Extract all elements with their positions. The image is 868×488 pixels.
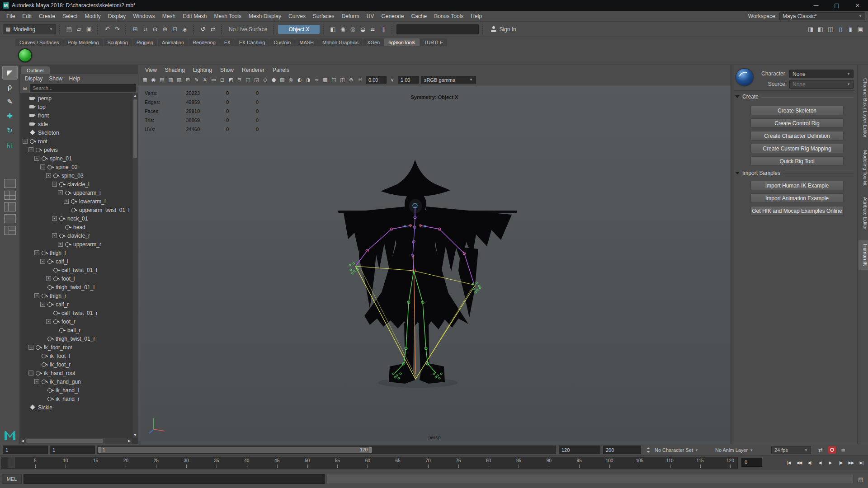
viewport-menu-renderer[interactable]: Renderer xyxy=(238,67,269,73)
motion-blur-icon[interactable]: ≈ xyxy=(312,75,321,84)
outliner-item-persp[interactable]: persp xyxy=(20,94,138,103)
outliner-item-skeleton[interactable]: Skeleton xyxy=(20,128,138,137)
open-render-view-icon[interactable]: ◧ xyxy=(328,24,338,34)
shelf-tab-fx-caching[interactable]: FX Caching xyxy=(235,38,269,46)
anti-aliasing-icon[interactable]: ▩ xyxy=(321,75,330,84)
xray-icon[interactable]: ◫ xyxy=(338,75,347,84)
outliner-item-clavicle-l[interactable]: -clavicle_l xyxy=(20,180,138,188)
exposure-icon[interactable]: ☼ xyxy=(356,75,364,84)
create-custom-rig-mapping-button[interactable]: Create Custom Rig Mapping xyxy=(750,144,844,153)
section-header-import-samples[interactable]: Import Samples xyxy=(735,169,854,177)
move-tool[interactable]: ✚ xyxy=(2,109,18,123)
sidebar-tab-human-ik[interactable]: Human IK xyxy=(859,240,868,270)
search-input[interactable] xyxy=(30,84,136,92)
collapse-icon[interactable]: - xyxy=(34,379,39,384)
viewport-canvas[interactable]: Verts:2022300Edges:4995900Faces:2991000T… xyxy=(138,85,731,444)
horizontal-scrollbar[interactable]: ◀ ▶ xyxy=(20,438,132,444)
sidebar-tab-channel-box-layer-editor[interactable]: Channel Box / Layer Editor xyxy=(859,75,868,141)
fps-dropdown[interactable]: 24 fps ▼ xyxy=(771,446,811,454)
menu-mesh[interactable]: Mesh xyxy=(159,13,179,19)
play-backwards-button[interactable]: ◀ xyxy=(815,457,825,468)
outliner-item-calf-twist-01-l[interactable]: calf_twist_01_l xyxy=(20,266,138,274)
shelf-tab-motion-graphics[interactable]: Motion Graphics xyxy=(318,38,363,46)
import-human-ik-example-button[interactable]: Import Human IK Example xyxy=(750,181,844,190)
resolution-gate-icon[interactable]: ◻ xyxy=(218,75,226,84)
outliner-item-ball-r[interactable]: ball_r xyxy=(20,326,138,334)
grid-icon[interactable]: # xyxy=(201,75,209,84)
step-back-key-button[interactable]: ◀| xyxy=(805,457,814,468)
shelf-tab-mash[interactable]: MASH xyxy=(295,38,318,46)
snap-to-projected-center-icon[interactable]: ⊚ xyxy=(160,24,170,34)
outliner-item-thigh-l[interactable]: -thigh_l xyxy=(20,249,138,257)
viewport-menu-panels[interactable]: Panels xyxy=(269,67,293,73)
collapse-icon[interactable]: - xyxy=(28,371,33,375)
outliner-tab[interactable]: Outliner xyxy=(21,66,50,74)
gamma-field[interactable]: 1.00 xyxy=(398,76,419,84)
film-gate-icon[interactable]: ▭ xyxy=(209,75,218,84)
snap-to-curve-icon[interactable]: ∪ xyxy=(140,24,150,34)
play-forwards-button[interactable]: ▶ xyxy=(826,457,835,468)
paint-selection-tool[interactable]: ✎ xyxy=(2,95,18,108)
shelf-tab-custom[interactable]: Custom xyxy=(269,38,295,46)
outliner-item-top[interactable]: top xyxy=(20,103,138,111)
menu-deform[interactable]: Deform xyxy=(338,13,363,19)
lasso-tool[interactable]: ρ xyxy=(2,80,18,94)
expand-icon[interactable]: + xyxy=(58,242,63,247)
menu-generate[interactable]: Generate xyxy=(377,13,407,19)
input-output-connections-icon[interactable]: ⇄ xyxy=(208,24,218,34)
outliner-item-spine-03[interactable]: -spine_03 xyxy=(20,171,138,180)
source-dropdown[interactable]: None ▼ xyxy=(789,80,854,89)
safe-title-icon[interactable]: ◲ xyxy=(252,75,261,84)
menu-windows[interactable]: Windows xyxy=(129,13,159,19)
menu-set-dropdown[interactable]: ▦ Modeling ▼ xyxy=(3,24,56,34)
snap-to-grid-icon[interactable]: ⊞ xyxy=(130,24,140,34)
outliner-menu-show[interactable]: Show xyxy=(46,75,66,82)
anim-layer-dropdown[interactable]: No Anim Layer ▼ xyxy=(715,446,753,454)
outliner-item-ik-foot-l[interactable]: ik_foot_l xyxy=(20,352,138,360)
command-language-selector[interactable]: MEL xyxy=(2,474,22,484)
outliner-item-side[interactable]: side xyxy=(20,120,138,128)
make-object-live-icon[interactable]: ◈ xyxy=(180,24,190,34)
animation-end-field[interactable] xyxy=(603,446,641,454)
collapse-icon[interactable]: - xyxy=(52,182,57,187)
outliner-item-ik-hand-r[interactable]: ik_hand_r xyxy=(20,394,138,403)
render-settings-icon[interactable]: ≡ xyxy=(368,24,377,34)
sign-in-button[interactable]: Sign In xyxy=(487,26,519,33)
auto-keyframe-icon[interactable] xyxy=(828,446,836,454)
wireframe-icon[interactable]: ◇ xyxy=(261,75,269,84)
shelf-tab-fx[interactable]: FX xyxy=(220,38,235,46)
shelf-tab-poly-modeling[interactable]: Poly Modeling xyxy=(63,38,103,46)
get-hik-and-mocap-examples-online-button[interactable]: Get HIK and Mocap Examples Online xyxy=(750,206,844,216)
outliner-item-front[interactable]: front xyxy=(20,111,138,120)
sidebar-toggle-humanik-icon[interactable]: ▮ xyxy=(845,24,855,34)
viewport-menu-show[interactable]: Show xyxy=(216,67,238,73)
menu-create[interactable]: Create xyxy=(35,13,59,19)
character-model[interactable] xyxy=(337,158,518,395)
select-camera-icon[interactable]: ▦ xyxy=(141,75,149,84)
outliner-item-ik-foot-r[interactable]: ik_foot_r xyxy=(20,360,138,369)
menu-select[interactable]: Select xyxy=(59,13,81,19)
interactive-playback-icon[interactable]: ‖ xyxy=(378,24,388,34)
outliner-item-upperarm-r[interactable]: +upperarm_r xyxy=(20,240,138,249)
script-editor-icon[interactable]: ▤ xyxy=(856,475,865,484)
outliner-item-ik-hand-l[interactable]: ik_hand_l xyxy=(20,386,138,394)
character-dropdown[interactable]: None ▼ xyxy=(789,70,854,78)
shelf-tab-curves-surfaces[interactable]: Curves / Surfaces xyxy=(15,38,63,46)
layout-two-pane-side[interactable] xyxy=(4,202,16,211)
outliner-item-ik-foot-root[interactable]: -ik_foot_root xyxy=(20,343,138,352)
collapse-icon[interactable]: - xyxy=(28,345,33,350)
shadows-icon[interactable]: ◐ xyxy=(295,75,304,84)
range-spinner[interactable] xyxy=(646,447,651,453)
menu-mesh-tools[interactable]: Mesh Tools xyxy=(211,13,245,19)
collapse-icon[interactable]: - xyxy=(58,190,63,195)
menu-bonus-tools[interactable]: Bonus Tools xyxy=(430,13,467,19)
shelf-tab-rendering[interactable]: Rendering xyxy=(189,38,220,46)
ipr-render-icon[interactable]: ◎ xyxy=(348,24,358,34)
menu-mesh-display[interactable]: Mesh Display xyxy=(245,13,285,19)
outliner-item-clavicle-r[interactable]: -clavicle_r xyxy=(20,231,138,240)
sidebar-toggle-tool-settings-icon[interactable]: ◫ xyxy=(826,24,835,34)
playback-loop-icon[interactable]: ⇄ xyxy=(816,446,825,454)
bookmarks-icon[interactable]: ▥ xyxy=(166,75,175,84)
playback-end-field[interactable] xyxy=(559,446,600,454)
current-time-marker[interactable] xyxy=(8,457,14,468)
